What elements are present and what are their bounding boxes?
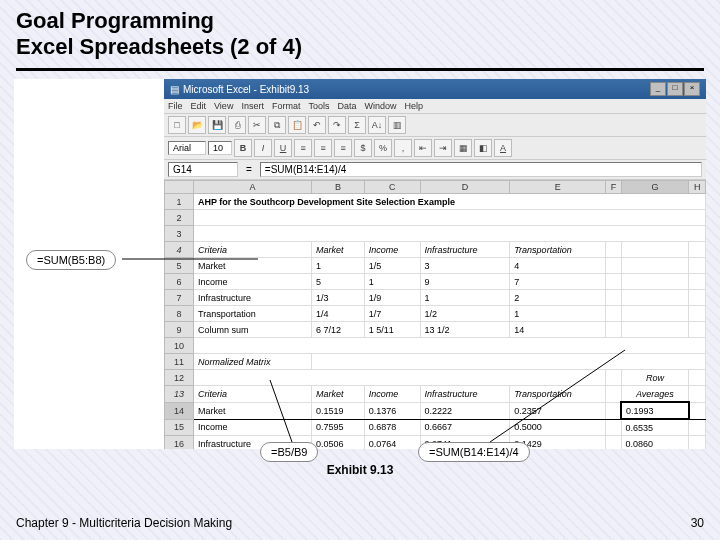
cell[interactable]: [606, 386, 621, 403]
close-button[interactable]: ×: [684, 82, 700, 96]
cell[interactable]: 1/9: [364, 290, 420, 306]
cell[interactable]: 7: [510, 274, 606, 290]
cell[interactable]: Infrastructure: [194, 290, 312, 306]
cell[interactable]: [689, 419, 706, 436]
outdent-icon[interactable]: ⇥: [434, 139, 452, 157]
row-header[interactable]: 15: [165, 419, 194, 436]
sheet-title[interactable]: AHP for the Southcorp Development Site S…: [194, 194, 706, 210]
italic-icon[interactable]: I: [254, 139, 272, 157]
cell[interactable]: Criteria: [194, 386, 312, 403]
menu-format[interactable]: Format: [272, 101, 301, 111]
cell[interactable]: 5: [311, 274, 364, 290]
row-header[interactable]: 4: [165, 242, 194, 258]
row-header[interactable]: 12: [165, 370, 194, 386]
cell[interactable]: [606, 436, 621, 450]
col-header-sel[interactable]: G: [621, 181, 689, 194]
cell[interactable]: Transportation: [510, 386, 606, 403]
menu-view[interactable]: View: [214, 101, 233, 111]
align-left-icon[interactable]: ≡: [294, 139, 312, 157]
cell[interactable]: [606, 306, 621, 322]
cell[interactable]: 0.6667: [420, 419, 510, 436]
cell[interactable]: 1: [311, 258, 364, 274]
comma-icon[interactable]: ,: [394, 139, 412, 157]
cell[interactable]: [606, 419, 621, 436]
cell[interactable]: Normalized Matrix: [194, 354, 312, 370]
cell[interactable]: [606, 242, 621, 258]
cell[interactable]: 0.1376: [364, 402, 420, 419]
col-header[interactable]: C: [364, 181, 420, 194]
cell[interactable]: [606, 258, 621, 274]
cell[interactable]: 3: [420, 258, 510, 274]
cell[interactable]: 0.0764: [364, 436, 420, 450]
bold-icon[interactable]: B: [234, 139, 252, 157]
cell[interactable]: Market: [194, 258, 312, 274]
cell[interactable]: 9: [420, 274, 510, 290]
row-header[interactable]: 10: [165, 338, 194, 354]
cell[interactable]: Column sum: [194, 322, 312, 338]
borders-icon[interactable]: ▦: [454, 139, 472, 157]
cell[interactable]: 1: [510, 306, 606, 322]
cell[interactable]: [194, 370, 606, 386]
font-size[interactable]: 10: [208, 141, 232, 155]
menu-file[interactable]: File: [168, 101, 183, 111]
cell[interactable]: Market: [194, 402, 312, 419]
row-header[interactable]: 13: [165, 386, 194, 403]
cell[interactable]: [689, 402, 706, 419]
cell[interactable]: Infrastructure: [420, 386, 510, 403]
cell[interactable]: [606, 322, 621, 338]
row-header-sel[interactable]: 14: [165, 402, 194, 419]
align-right-icon[interactable]: ≡: [334, 139, 352, 157]
cell[interactable]: [689, 386, 706, 403]
cell[interactable]: 4: [510, 258, 606, 274]
cell[interactable]: 0.5000: [510, 419, 606, 436]
cell[interactable]: [311, 354, 705, 370]
cell[interactable]: 1/7: [364, 306, 420, 322]
autosum-icon[interactable]: Σ: [348, 116, 366, 134]
menu-help[interactable]: Help: [404, 101, 423, 111]
cell[interactable]: [621, 258, 689, 274]
fx-icon[interactable]: =: [246, 164, 252, 175]
cell[interactable]: [689, 290, 706, 306]
cell[interactable]: [621, 322, 689, 338]
align-center-icon[interactable]: ≡: [314, 139, 332, 157]
cell[interactable]: Income: [194, 274, 312, 290]
cell[interactable]: 1/5: [364, 258, 420, 274]
cell[interactable]: Averages: [621, 386, 689, 403]
menu-window[interactable]: Window: [364, 101, 396, 111]
cell[interactable]: 0.2222: [420, 402, 510, 419]
cell[interactable]: Income: [364, 386, 420, 403]
cell[interactable]: Row: [621, 370, 689, 386]
cell[interactable]: [689, 322, 706, 338]
sheet-area[interactable]: A B C D E F G H 1AHP for the Southcorp D…: [164, 180, 706, 449]
cell[interactable]: Criteria: [194, 242, 312, 258]
maximize-button[interactable]: □: [667, 82, 683, 96]
row-header[interactable]: 9: [165, 322, 194, 338]
currency-icon[interactable]: $: [354, 139, 372, 157]
cell[interactable]: [621, 242, 689, 258]
col-header[interactable]: H: [689, 181, 706, 194]
cell[interactable]: [621, 290, 689, 306]
open-icon[interactable]: 📂: [188, 116, 206, 134]
cell[interactable]: Income: [194, 419, 312, 436]
cell[interactable]: Transportation: [510, 242, 606, 258]
underline-icon[interactable]: U: [274, 139, 292, 157]
cell[interactable]: 1 5/11: [364, 322, 420, 338]
active-cell[interactable]: 0.1993: [621, 402, 689, 419]
formula-input[interactable]: =SUM(B14:E14)/4: [260, 162, 702, 177]
cell[interactable]: [194, 210, 706, 226]
cell[interactable]: 1/3: [311, 290, 364, 306]
cell[interactable]: [194, 226, 706, 242]
cell[interactable]: [194, 338, 706, 354]
cell[interactable]: [621, 306, 689, 322]
cell[interactable]: [689, 436, 706, 450]
col-header[interactable]: F: [606, 181, 621, 194]
new-icon[interactable]: □: [168, 116, 186, 134]
menu-edit[interactable]: Edit: [191, 101, 207, 111]
cell[interactable]: [689, 242, 706, 258]
sort-asc-icon[interactable]: A↓: [368, 116, 386, 134]
col-header[interactable]: A: [194, 181, 312, 194]
cell[interactable]: [689, 306, 706, 322]
minimize-button[interactable]: _: [650, 82, 666, 96]
cell[interactable]: 0.2357: [510, 402, 606, 419]
cell[interactable]: [606, 290, 621, 306]
